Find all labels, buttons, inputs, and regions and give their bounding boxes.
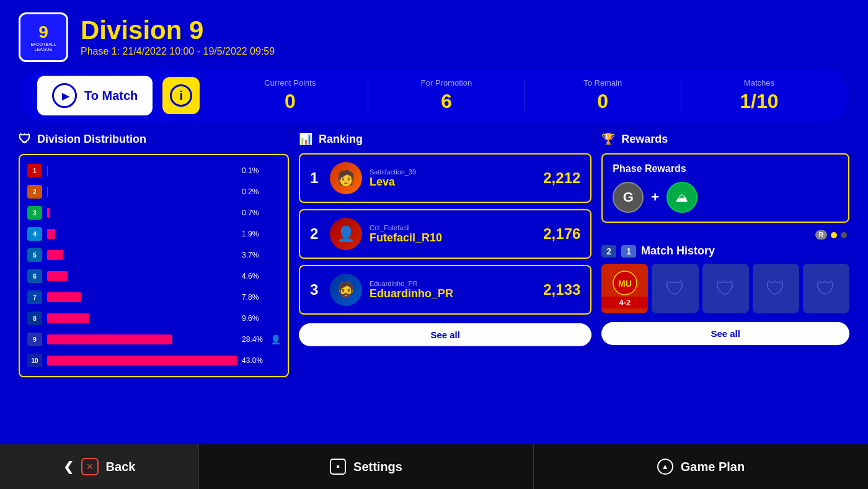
header-titles: Division 9 Phase 1: 21/4/2022 10:00 - 19… xyxy=(81,17,849,57)
matches-value: 1/10 xyxy=(688,90,831,113)
rewards-see-all-button[interactable]: See all xyxy=(601,322,849,345)
rank-name-3: Eduardinho_PR xyxy=(370,287,536,300)
bar-container-3 xyxy=(47,208,237,218)
div-badge-10: 10 xyxy=(27,354,42,367)
dist-row-5: 53.7% xyxy=(27,246,280,264)
div-badge-8: 8 xyxy=(27,312,42,325)
bar-fill-8 xyxy=(47,313,89,323)
bar-label-8: 9.6% xyxy=(242,314,265,323)
bar-fill-9 xyxy=(47,334,172,344)
rank-avatar-2: 👤 xyxy=(330,218,362,250)
rank-number-2: 2 xyxy=(310,225,322,243)
to-remain-value: 0 xyxy=(531,90,675,113)
ranking-panel: 📊 Ranking 1 🧑 Satisfaction_39 Leva 2,212… xyxy=(299,132,591,399)
coin-reward: G xyxy=(613,182,644,213)
current-points-value: 0 xyxy=(218,90,361,113)
rank-avatar-1: 🧑 xyxy=(330,162,362,194)
rank-score-2: 2,176 xyxy=(543,225,580,243)
logo-number: 9 xyxy=(38,22,48,42)
main-content: 🛡 Division Distribution 10.1%20.2%30.7%4… xyxy=(0,132,868,399)
user-icon-9: 👤 xyxy=(270,334,280,344)
gameplan-button[interactable]: ▲ Game Plan xyxy=(533,444,868,489)
bar-label-1: 0.1% xyxy=(242,166,265,175)
rewards-title: 🏆 Rewards xyxy=(601,132,849,146)
bar-container-8 xyxy=(47,313,237,323)
rank-name-1: Leva xyxy=(370,176,536,189)
bar-label-9: 28.4% xyxy=(242,335,265,344)
match-card-empty-1: 🛡 xyxy=(652,264,698,313)
league-logo: 9 EFOOTBALLLEAGUE xyxy=(19,12,68,62)
ranking-list: 1 🧑 Satisfaction_39 Leva 2,212 2 👤 Crz_F… xyxy=(299,153,591,315)
back-button[interactable]: ❮ ✕ Back xyxy=(0,444,198,489)
div-badge-6: 6 xyxy=(27,269,42,283)
stat-current-points: Current Points 0 xyxy=(218,78,361,113)
x-icon: ✕ xyxy=(81,458,99,475)
dot-inactive xyxy=(841,232,847,238)
matches-label: Matches xyxy=(688,78,831,87)
match-history-label: Match History xyxy=(641,244,715,258)
stat-divider-3 xyxy=(681,80,681,111)
rank-info-2: Crz_Futefacil Futefacil_R10 xyxy=(370,224,536,244)
bar-label-10: 43.0% xyxy=(242,356,265,365)
bar-container-4 xyxy=(47,229,237,239)
settings-button[interactable]: ▪ Settings xyxy=(198,444,533,489)
bar-container-1 xyxy=(47,166,237,176)
distribution-title: 🛡 Division Distribution xyxy=(19,132,289,146)
rank-item-2: 2 👤 Crz_Futefacil Futefacil_R10 2,176 xyxy=(299,209,591,259)
bottom-bar: ❮ ✕ Back ▪ Settings ▲ Game Plan xyxy=(0,444,868,489)
dist-row-9: 928.4%👤 xyxy=(27,330,280,349)
div-badge-2: 2 xyxy=(27,185,42,199)
info-button[interactable]: i xyxy=(162,77,200,114)
bar-label-4: 1.9% xyxy=(242,230,265,238)
plus-sign: + xyxy=(651,189,659,205)
dot-active xyxy=(831,232,837,238)
rank-score-1: 2,212 xyxy=(543,169,580,187)
distribution-panel: 🛡 Division Distribution 10.1%20.2%30.7%4… xyxy=(19,132,289,399)
shield-empty-2: 🛡 xyxy=(715,277,735,300)
dist-row-4: 41.9% xyxy=(27,225,280,243)
info-icon: i xyxy=(170,84,192,107)
stat-for-promotion: For Promotion 6 xyxy=(374,78,518,113)
bar-fill-3 xyxy=(47,208,50,218)
div-badge-4: 4 xyxy=(27,227,42,241)
match-result: 4-2 xyxy=(601,297,648,308)
dot-r-label: R xyxy=(815,230,827,240)
shield-empty-1: 🛡 xyxy=(665,277,685,300)
match-history-badge: 2 xyxy=(601,245,616,258)
svg-text:MU: MU xyxy=(618,279,632,289)
bar-container-7 xyxy=(47,292,237,302)
ranking-title: 📊 Ranking xyxy=(299,132,591,146)
reward-dots: R xyxy=(601,230,849,240)
match-card-empty-2: 🛡 xyxy=(702,264,749,313)
bar-container-5 xyxy=(47,250,237,260)
for-promotion-label: For Promotion xyxy=(374,78,518,87)
bar-fill-7 xyxy=(47,292,81,302)
division-title: Division 9 xyxy=(81,17,849,43)
rank-number-3: 3 xyxy=(310,281,322,298)
play-icon xyxy=(52,83,77,108)
match-card-empty-4: 🛡 xyxy=(803,264,849,313)
stat-to-remain: To Remain 0 xyxy=(531,78,675,113)
phase-text: Phase 1: 21/4/2022 10:00 - 19/5/2022 09:… xyxy=(81,46,849,57)
to-match-button[interactable]: To Match xyxy=(37,76,153,115)
bar-label-5: 3.7% xyxy=(242,251,265,259)
dist-row-7: 77.8% xyxy=(27,288,280,307)
bar-container-9 xyxy=(47,334,237,344)
ranking-see-all-button[interactable]: See all xyxy=(299,323,591,346)
stat-divider-1 xyxy=(368,80,368,111)
trophy-reward: ⛰ xyxy=(666,182,698,213)
current-points-label: Current Points xyxy=(218,78,361,87)
bar-fill-6 xyxy=(47,271,68,281)
dist-row-2: 20.2% xyxy=(27,182,280,201)
bar-label-6: 4.6% xyxy=(242,272,265,280)
stats-bar: To Match i Current Points 0 For Promotio… xyxy=(19,68,849,123)
dist-row-3: 30.7% xyxy=(27,204,280,222)
bar-fill-2 xyxy=(47,187,48,197)
bar-fill-10 xyxy=(47,356,237,366)
man-utd-logo: MU xyxy=(611,269,639,297)
bar-fill-1 xyxy=(47,166,48,176)
ranking-icon: 📊 xyxy=(299,132,312,146)
match-history-badge2: 1 xyxy=(621,245,636,258)
dist-row-8: 89.6% xyxy=(27,309,280,328)
shield-empty-4: 🛡 xyxy=(816,277,836,300)
